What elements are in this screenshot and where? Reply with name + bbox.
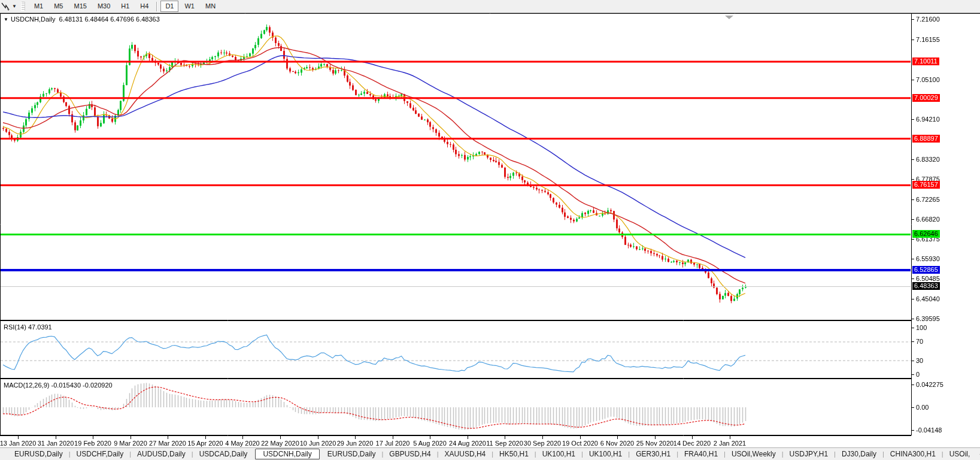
chevron-down-icon[interactable]: ▼: [12, 4, 17, 9]
price-level-badge: 6.76157: [912, 181, 940, 189]
tab-scroll-controls: ◄►: [976, 451, 980, 457]
price-axis-tick: 6.45040: [916, 295, 940, 302]
current-price-badge: 6.48363: [912, 282, 940, 290]
timeframe-button-m1[interactable]: M1: [29, 1, 48, 12]
timeframe-button-h4[interactable]: H4: [135, 1, 153, 12]
chart-tab-bar: EURUSD,Daily|USDCHF,Daily|AUDUSD,Daily|U…: [0, 447, 980, 460]
price-level-badge: 7.10011: [912, 58, 939, 65]
tab-usdcad-daily[interactable]: USDCAD,Daily: [193, 449, 254, 459]
chart-title: ▼USDCNH,Daily 6.48131 6.48464 6.47696 6.…: [4, 16, 160, 23]
tab-usoil-weekly[interactable]: USOil,Weekly: [726, 449, 782, 459]
tab-audusd-daily[interactable]: AUDUSD,Daily: [131, 449, 192, 459]
tab-uk100-h1[interactable]: UK100,H1: [536, 449, 581, 459]
price-axis-tick: 6.39595: [916, 315, 940, 322]
chart-canvas[interactable]: [0, 0, 980, 460]
price-axis-tick: 7.16155: [916, 36, 940, 43]
timeframe-button-m30[interactable]: M30: [93, 1, 115, 12]
rsi-value: 47.0391: [28, 323, 52, 331]
rsi-axis-tick: 70: [916, 338, 923, 345]
tab-dj30-daily[interactable]: DJ30,Daily: [836, 449, 882, 459]
tab-gbpusd-h4[interactable]: GBPUSD,H4: [383, 449, 436, 459]
price-axis-tick: 6.55930: [916, 255, 940, 262]
tab-scroll-left-icon[interactable]: ◄: [976, 451, 980, 457]
price-axis-tick: 6.66820: [916, 216, 940, 223]
tab-ger30-h1[interactable]: GER30,H1: [630, 449, 676, 459]
tab-usdjpy-h1[interactable]: USDJPY,H1: [784, 449, 834, 459]
rsi-axis-tick: 100: [916, 324, 927, 331]
macd-name: MACD(12,26,9): [4, 382, 49, 389]
price-level-badge: 6.62646: [912, 230, 940, 238]
tab-usdcnh-daily[interactable]: USDCNH,Daily: [255, 449, 319, 459]
price-axis-tick: 7.21600: [916, 16, 940, 23]
date-axis-label: 2 Jan 2021: [706, 440, 754, 447]
price-axis-tick: 6.72265: [916, 196, 940, 203]
symbol-title: USDCNH,Daily: [11, 16, 56, 23]
macd-axis-tick: 0.00: [916, 404, 929, 411]
timeframe-button-m15[interactable]: M15: [69, 1, 91, 12]
price-axis-tick: 6.83320: [916, 156, 940, 163]
macd-axis-tick: 0.042275: [916, 381, 943, 388]
ohlc-values: 6.48131 6.48464 6.47696 6.48363: [59, 16, 160, 23]
tab-eurusd-daily[interactable]: EURUSD,Daily: [8, 449, 69, 459]
timeframe-button-mn[interactable]: MN: [201, 1, 220, 12]
collapse-icon[interactable]: ▼: [4, 17, 8, 22]
timeframe-button-d1[interactable]: D1: [160, 1, 178, 12]
rsi-name: RSI(14): [4, 323, 26, 331]
timeframe-buttons: M1M5M15M30H1H4D1W1MN: [29, 1, 221, 12]
timeframe-button-w1[interactable]: W1: [180, 1, 199, 12]
rsi-axis-tick: 30: [916, 357, 923, 364]
tab-uk100-h1[interactable]: UK100,H1: [583, 449, 628, 459]
macd-axis-tick: -0.04148: [916, 426, 942, 434]
toolbar-grip[interactable]: [21, 2, 25, 11]
tab-hk50-h1[interactable]: HK50,H1: [493, 449, 535, 459]
macd-label: MACD(12,26,9) -0.015430 -0.020920: [4, 382, 113, 389]
price-level-badge: 7.00029: [912, 94, 940, 102]
rsi-axis-tick: 0: [916, 371, 920, 378]
cursor-tool-group: ▼: [0, 0, 19, 13]
macd-values: -0.015430 -0.020920: [51, 382, 112, 389]
timeframe-button-h1[interactable]: H1: [116, 1, 134, 12]
price-level-badge: 6.88897: [912, 135, 940, 143]
timeframe-toolbar: ▼ M1M5M15M30H1H4D1W1MN: [0, 0, 980, 13]
tab-usdchf-daily[interactable]: USDCHF,Daily: [71, 449, 130, 459]
tab-eurusd-daily[interactable]: EURUSD,Daily: [321, 449, 382, 459]
tab-xauusd-h4[interactable]: XAUUSD,H4: [439, 449, 492, 459]
mt4-window: ▼ M1M5M15M30H1H4D1W1MN ▼USDCNH,Daily 6.4…: [0, 0, 980, 460]
price-axis-tick: 6.50485: [916, 275, 940, 282]
tab-fra40-h1[interactable]: FRA40,H1: [678, 449, 724, 459]
rsi-label: RSI(14) 47.0391: [4, 323, 52, 331]
cursor-tool-icon[interactable]: [1, 2, 11, 11]
price-axis-tick: 6.94210: [916, 116, 940, 123]
tab-china300-h1[interactable]: CHINA300,H1: [884, 449, 942, 459]
tab-usoil-[interactable]: USOil,: [943, 449, 976, 459]
timeframe-button-m5[interactable]: M5: [49, 1, 68, 12]
price-level-badge: 6.52865: [912, 266, 940, 274]
price-axis-tick: 7.05100: [916, 76, 940, 83]
